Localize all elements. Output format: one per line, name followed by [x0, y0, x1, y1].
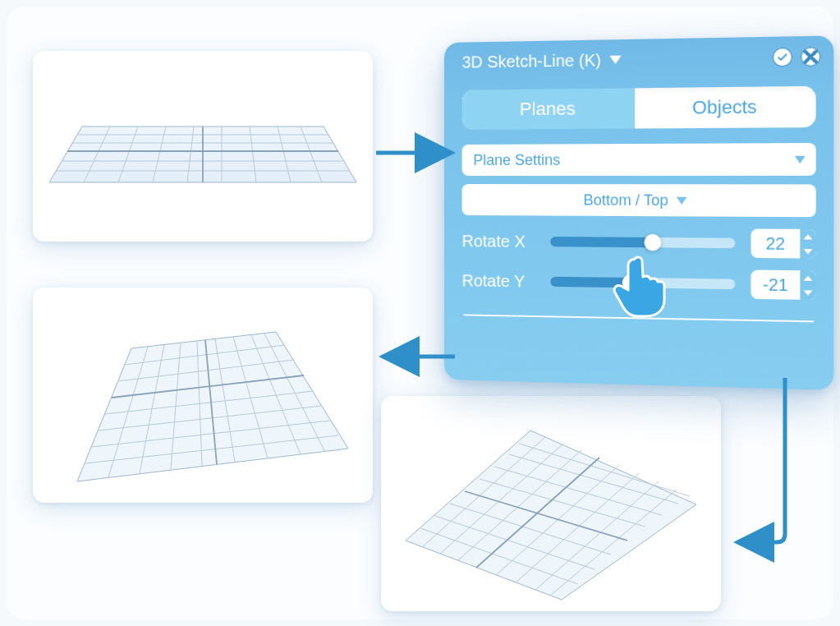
grid-plane-rotated-x-icon	[33, 288, 373, 503]
rotate-y-row: Rotate Y -21	[462, 266, 816, 300]
settings-panel: 3D Sketch-Line (K) Planes	[444, 35, 833, 390]
rotate-x-decrement[interactable]	[800, 244, 815, 259]
plane-select-value: Bottom / Top	[583, 191, 668, 209]
rotate-y-slider[interactable]	[550, 272, 735, 295]
tab-planes-label: Planes	[520, 98, 576, 120]
close-button[interactable]	[800, 46, 821, 67]
rotate-x-row: Rotate X 22	[462, 227, 816, 259]
plane-settings-dropdown[interactable]: Plane Settins	[462, 143, 816, 176]
rotate-y-decrement[interactable]	[800, 285, 815, 300]
chevron-up-icon	[804, 234, 813, 239]
panel-divider	[464, 314, 815, 322]
rotate-x-slider[interactable]	[550, 232, 735, 254]
rotate-x-value: 22	[750, 228, 800, 258]
tab-objects-label: Objects	[692, 96, 757, 119]
flow-arrow-panel-to-b	[373, 340, 463, 373]
diagram-canvas: 3D Sketch-Line (K) Planes	[7, 7, 833, 619]
chevron-down-icon	[804, 248, 813, 253]
tab-planes[interactable]: Planes	[462, 88, 636, 130]
flow-arrow-panel-to-c	[721, 373, 803, 562]
rotate-x-stepper[interactable]: 22	[750, 228, 815, 258]
tab-objects[interactable]: Objects	[635, 86, 816, 129]
preview-card-default	[33, 51, 373, 242]
rotate-x-increment[interactable]	[800, 229, 815, 244]
plane-select-dropdown[interactable]: Bottom / Top	[462, 184, 816, 217]
chevron-down-icon	[795, 155, 806, 163]
rotate-y-stepper[interactable]: -21	[750, 269, 815, 300]
chevron-down-icon[interactable]	[609, 56, 621, 64]
panel-header: 3D Sketch-Line (K)	[444, 35, 833, 82]
rotate-y-increment[interactable]	[800, 270, 815, 285]
svg-marker-17	[77, 332, 348, 481]
panel-title: 3D Sketch-Line (K)	[462, 50, 601, 71]
preview-card-rotated-xy	[381, 396, 721, 611]
chevron-down-icon	[804, 290, 813, 295]
rotate-y-label: Rotate Y	[462, 271, 535, 291]
grid-plane-default-icon	[33, 51, 373, 242]
tab-bar: Planes Objects	[462, 86, 816, 130]
grid-plane-rotated-xy-icon	[381, 396, 721, 611]
chevron-up-icon	[804, 275, 813, 280]
settings-panel-wrap: 3D Sketch-Line (K) Planes	[444, 43, 822, 380]
flow-arrow-a-to-panel	[373, 136, 463, 169]
check-icon	[776, 51, 788, 63]
preview-card-rotated-x	[33, 288, 373, 503]
plane-settings-label: Plane Settins	[473, 151, 560, 168]
rotate-y-value: -21	[750, 269, 800, 299]
close-icon	[800, 46, 821, 67]
rotate-x-label: Rotate X	[462, 232, 535, 251]
chevron-down-icon	[677, 196, 687, 204]
confirm-button[interactable]	[772, 47, 793, 67]
